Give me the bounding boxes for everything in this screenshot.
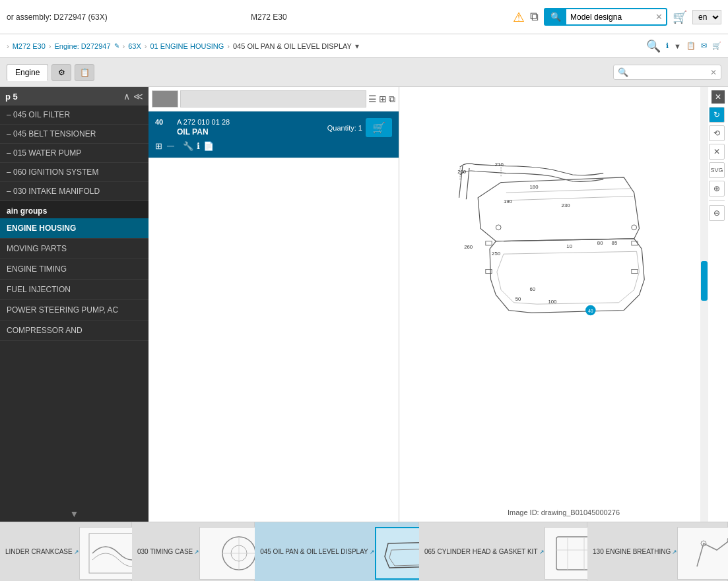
part-diagram: 40 200 210 180 190 230 260 250 10 80 85 …	[406, 90, 683, 341]
svg-line-1	[466, 168, 469, 199]
qty-label: Quantity: 1	[327, 124, 362, 132]
breadcrumb-oil-pan[interactable]: 045 OIL PAN & OIL LEVEL DISPLAY	[233, 42, 352, 50]
part-wrench-icon[interactable]: 🔧	[183, 141, 193, 151]
divider	[709, 200, 725, 201]
svg-text:260: 260	[464, 244, 473, 250]
breadcrumb-dropdown[interactable]: ▾	[355, 42, 359, 51]
thumb-tab-crankcase[interactable]: LINDER CRANKCASE ↗	[0, 522, 132, 581]
tabs-row: Engine ⚙ 📋 🔍 ✕	[0, 58, 728, 87]
svg-text:210: 210	[495, 162, 504, 168]
breadcrumb-engine-housing[interactable]: 01 ENGINE HOUSING	[150, 42, 224, 50]
cart-icon-bc[interactable]: 🛒	[712, 42, 721, 50]
part-qty: Quantity: 1 🛒	[327, 118, 392, 137]
tab-engine[interactable]: Engine	[7, 64, 48, 81]
part-doc-icon[interactable]: 📄	[203, 141, 214, 151]
model-search-input[interactable]	[566, 10, 652, 24]
sidebar-scroll-down[interactable]: ▼	[0, 506, 149, 522]
content-area: ☰ ⊞ ⧉ 40 A 272 010 01 28 OIL PAN Quantit…	[149, 87, 728, 522]
zoom-in-tool[interactable]: ⊕	[709, 181, 725, 197]
sidebar-close-icon[interactable]: ≪	[133, 91, 143, 102]
svg-tool[interactable]: SVG	[709, 162, 725, 178]
sidebar-item-oil-filter[interactable]: – 045 OIL FILTER	[0, 106, 149, 125]
thumb-svg-breathing	[684, 530, 728, 576]
language-select[interactable]: en	[692, 10, 721, 24]
cross-tool[interactable]: ✕	[709, 144, 725, 160]
sidebar-nav: – 045 OIL FILTER – 045 BELT TENSIONER – …	[0, 106, 149, 201]
sidebar-group-engine-housing[interactable]: ENGINE HOUSING	[0, 218, 149, 239]
thumb-tab-engine-breathing[interactable]: 130 ENGINE BREATHING ↗	[587, 522, 728, 581]
sidebar-header: p 5 ∧ ≪	[0, 87, 149, 106]
tab-docs-icon[interactable]: 📋	[75, 64, 94, 81]
drawing-tools: ↻ ⟲ ✕ SVG ⊕ ⊖	[709, 107, 725, 221]
part-item-0[interactable]: 40 A 272 010 01 28 OIL PAN Quantity: 1 🛒…	[149, 111, 399, 158]
top-bar-icons: ⚠ ⧉ 🔍 ✕ 🛒 en	[513, 8, 721, 26]
model-search-button[interactable]: 🔍	[545, 9, 566, 24]
cylinder-ext-icon: ↗	[539, 549, 545, 555]
cart-icon-top[interactable]: 🛒	[673, 10, 687, 24]
parts-search-input[interactable]	[628, 68, 708, 77]
grid-view-icon[interactable]: ⊞	[379, 94, 387, 105]
sidebar-item-intake-manifold[interactable]: – 030 INTAKE MANIFOLD	[0, 182, 149, 201]
model-title: M272 E30	[251, 13, 287, 22]
svg-line-3	[509, 197, 633, 200]
part-item-header: 40 A 272 010 01 28 OIL PAN Quantity: 1 🛒	[155, 118, 392, 137]
sidebar-title: p 5	[5, 92, 18, 102]
sidebar-group-power-steering[interactable]: POWER STEERING PUMP, AC	[0, 300, 149, 321]
mail-icon[interactable]: ✉	[701, 42, 707, 50]
info-icon[interactable]: ℹ	[666, 42, 669, 50]
engine-edit-icon[interactable]: ✎	[114, 42, 119, 49]
tab-settings-icon[interactable]: ⚙	[51, 64, 71, 81]
breadcrumb-63x[interactable]: 63X	[128, 42, 141, 50]
part-info-icon[interactable]: ℹ	[197, 141, 200, 151]
list-icon[interactable]: ☰	[368, 94, 377, 105]
toolbar-color-swatch	[152, 90, 178, 107]
svg-text:180: 180	[530, 184, 539, 190]
thumb-img-breathing[interactable]	[677, 527, 728, 580]
filter-icon[interactable]: ▼	[674, 42, 681, 50]
sidebar-group-moving-parts[interactable]: MOVING PARTS	[0, 239, 149, 259]
sidebar-collapse-icon[interactable]: ∧	[123, 91, 130, 102]
drawing-area: ✕	[399, 87, 728, 522]
svg-text:230: 230	[562, 202, 570, 208]
thumb-tab-timing-case[interactable]: 030 TIMING CASE ↗	[132, 522, 255, 581]
svg-text:190: 190	[504, 199, 512, 204]
crankcase-ext-icon: ↗	[74, 549, 79, 555]
part-grid-icon[interactable]: ⊞	[155, 141, 162, 151]
sidebar-group-engine-timing[interactable]: ENGINE TIMING	[0, 259, 149, 280]
sidebar-group-compressor[interactable]: COMPRESSOR AND	[0, 321, 149, 341]
sidebar-item-belt-tensioner[interactable]: – 045 BELT TENSIONER	[0, 125, 149, 144]
report-icon[interactable]: 📋	[686, 42, 696, 50]
drawing-close-button[interactable]: ✕	[711, 90, 725, 104]
model-search-clear[interactable]: ✕	[652, 11, 666, 23]
svg-text:80: 80	[597, 240, 603, 246]
svg-text:50: 50	[515, 297, 521, 303]
svg-text:40: 40	[588, 309, 593, 313]
thumb-tab-cylinder-head[interactable]: 065 CYLINDER HEAD & GASKET KIT ↗	[419, 522, 587, 581]
expand-icon[interactable]: ⧉	[389, 94, 395, 105]
parts-toolbar: ☰ ⊞ ⧉	[149, 87, 399, 111]
part-grid-label: —	[167, 141, 174, 151]
sidebar-item-ignition[interactable]: – 060 IGNITION SYSTEM	[0, 163, 149, 182]
breadcrumb-engine[interactable]: Engine: D272947	[55, 42, 111, 50]
add-to-cart-button[interactable]: 🛒	[366, 118, 392, 137]
sidebar-group-fuel-injection[interactable]: FUEL INJECTION	[0, 280, 149, 300]
parts-list: ☰ ⊞ ⧉ 40 A 272 010 01 28 OIL PAN Quantit…	[149, 87, 399, 522]
sidebar-item-water-pump[interactable]: – 015 WATER PUMP	[0, 144, 149, 163]
zoom-in-icon[interactable]: 🔍	[646, 39, 661, 53]
breadcrumb-m272[interactable]: M272 E30	[13, 42, 46, 50]
parts-search-clear[interactable]: ✕	[710, 68, 717, 77]
oil-pan-ext-icon: ↗	[370, 549, 375, 555]
breadcrumb-sep: ›	[7, 42, 9, 50]
sidebar: p 5 ∧ ≪ – 045 OIL FILTER – 045 BELT TENS…	[0, 87, 149, 522]
thumb-tab-oil-pan[interactable]: 045 OIL PAN & OIL LEVEL DISPLAY ↗	[255, 522, 419, 581]
scroll-handle[interactable]	[701, 261, 708, 301]
parts-search-icon: 🔍	[618, 67, 628, 77]
copy-icon[interactable]: ⧉	[530, 10, 539, 24]
history-tool[interactable]: ⟲	[709, 125, 725, 141]
zoom-out-tool[interactable]: ⊖	[709, 205, 725, 221]
svg-text:85: 85	[612, 240, 618, 246]
svg-rect-25	[486, 241, 492, 245]
warning-icon[interactable]: ⚠	[513, 9, 525, 25]
rotate-tool[interactable]: ↻	[709, 107, 725, 123]
drawing-scrollbar[interactable]	[700, 87, 708, 522]
